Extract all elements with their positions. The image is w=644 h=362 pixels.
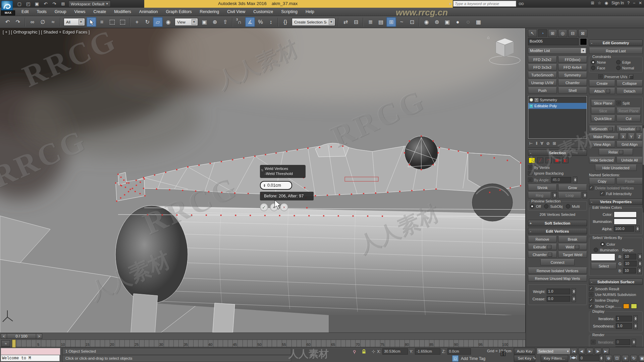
cage-color-swatch-2[interactable] [631,304,637,309]
modifier-turbosmooth-button[interactable]: TurboSmooth [528,72,557,78]
rendered-frame-window-icon[interactable]: ▣ [442,17,452,27]
select-and-link-icon[interactable]: ∞ [28,17,37,27]
menu-help[interactable]: Help [302,8,318,16]
key-mode-wave-icon[interactable]: ∿ [533,356,536,360]
tessellate-settings-icon[interactable] [636,127,640,131]
percent-snap-toggle-icon[interactable]: % [256,17,265,27]
break-button[interactable]: Break [558,236,587,242]
hide-selected-button[interactable]: Hide Selected [589,157,615,163]
caddy-ok-button[interactable]: ✓ [260,203,268,211]
constraint-face-radio[interactable] [591,66,595,70]
display-smoothness-field[interactable]: 1.0 [616,323,632,329]
select-and-rotate-icon[interactable]: ↻ [143,17,152,27]
workspace-dropdown[interactable]: Workspace: Default ▼ [68,1,111,7]
rollout-edit-vertices[interactable]: -Edit Vertices [528,228,587,234]
tab-hierarchy[interactable]: ⊞ [548,29,557,37]
smooth-result-checkbox[interactable]: ✓ [589,287,593,291]
expand-icon[interactable]: + [535,98,538,102]
preview-multi-radio[interactable] [566,204,570,208]
relax-button[interactable]: Relax [599,149,633,155]
toggle-scene-explorer-icon[interactable]: ≣ [366,17,375,27]
menu-customize[interactable]: Customize [249,8,277,16]
connect-button[interactable]: Connect [540,259,575,265]
search-input[interactable] [453,1,516,7]
menu-create[interactable]: Create [90,8,110,16]
undo-icon[interactable]: ↶ [3,17,12,27]
minimize-button[interactable]: − [633,1,635,5]
make-planar-y-button[interactable]: Y [628,133,635,140]
extrude-button[interactable]: Extrude [528,244,557,250]
unlink-selection-icon[interactable]: ∅ [38,17,48,27]
slice-button[interactable]: Slice [591,108,615,114]
viewport-label[interactable]: [ + ] [ Orthographic ] [ Shaded + Edged … [3,30,90,35]
render-in-cloud-icon[interactable]: ◌ [463,17,473,27]
attach-button[interactable]: Attach [589,88,615,94]
object-name-field[interactable]: Box005 [528,38,579,45]
selection-filter-dropdown[interactable]: All▼ [64,18,85,26]
collapse-button[interactable]: Collapse [616,80,643,86]
border-subobject-icon[interactable]: ◠ [545,158,552,163]
y-coordinate-field[interactable]: -1.659cm [415,348,440,355]
select-by-name-icon[interactable]: ≡ [97,17,107,27]
show-end-result-icon[interactable]: ‖ [536,141,537,146]
menu-civil-view[interactable]: Civil View [223,8,249,16]
show-cage-checkbox[interactable]: ✓ [589,304,593,308]
crease-field[interactable]: 0.0 [547,296,570,302]
select-by-color-select-button[interactable]: Select [591,263,616,269]
next-frame-arrow[interactable]: > [36,334,42,339]
msmooth-button[interactable]: MSmooth [589,126,615,132]
modifier-ffd3x3x3-button[interactable]: FFD 3x3x3 [528,64,557,70]
make-planar-z-button[interactable]: Z [636,133,643,140]
set-key-button[interactable]: Set Key [514,355,535,362]
tab-motion[interactable]: ◎ [558,29,567,37]
select-by-color-swatch[interactable] [591,253,615,261]
display-iterations-field[interactable]: 1 [616,316,632,321]
preview-subobj-radio[interactable] [544,204,548,208]
cut-button[interactable]: Cut [616,115,641,122]
weld-settings-icon[interactable] [575,245,579,249]
tab-create[interactable]: ↖ [528,29,537,37]
select-object-icon[interactable] [87,17,96,27]
display-iterations-spinner[interactable] [633,315,638,322]
favorites-icon[interactable]: ☆ [598,1,601,5]
ignore-backfacing-checkbox[interactable] [528,171,532,175]
stack-item-symmetry[interactable]: + Symmetry [528,97,587,103]
range-b-field[interactable]: 10 [623,268,636,274]
select-and-manipulate-icon[interactable]: ⊕ [210,17,220,27]
extrude-settings-icon[interactable] [547,245,551,249]
modifier-unwrapuvw-button[interactable]: Unwrap UVW [528,79,557,86]
alpha-spinner[interactable] [635,226,640,232]
preserve-uvs-settings-icon[interactable] [629,74,633,79]
pin-stack-icon[interactable]: ⊢ [529,141,533,146]
reset-plane-button[interactable]: Reset Plane [616,108,641,114]
maximize-viewport-icon[interactable]: ▣ [639,355,644,362]
range-g-spinner[interactable] [638,260,642,267]
modifier-ffdbox-button[interactable]: FFD(box) [558,56,587,63]
transform-gizmo-icon[interactable]: ⊹ [372,349,375,354]
grow-button[interactable]: Grow [558,184,587,191]
x-coordinate-field[interactable]: 30.536cm [382,348,408,355]
menu-views[interactable]: Views [70,8,89,16]
expand-icon[interactable]: + [529,104,533,108]
maxscript-listener[interactable]: Welcome to M [1,355,60,361]
modifier-ffd2x2x2-button[interactable]: FFD 2x2x2 [528,56,557,63]
next-frame-icon[interactable]: |▶ [594,348,601,355]
crease-spinner[interactable] [572,296,576,302]
spinner-snap-toggle-icon[interactable]: ↕ [266,17,276,27]
add-time-tag[interactable]: ◻ Add Time Tag [452,355,485,362]
max-app-button[interactable]: MAX [1,1,15,15]
redo-icon[interactable]: ↷ [13,17,23,27]
zoom-icon[interactable]: ⊕ [605,355,612,362]
modifier-symmetry-button[interactable]: Symmetry [558,72,587,78]
menu-tools[interactable]: Tools [33,8,51,16]
range-g-field[interactable]: 10 [624,261,637,266]
constraint-edge-radio[interactable] [616,60,621,64]
curve-editor-icon[interactable]: ~ [397,17,407,27]
snaps-toggle-icon[interactable]: ∩3 [235,17,245,27]
remove-isolated-vertices-button[interactable]: Remove Isolated Vertices [528,267,587,274]
modifier-chamfer-button[interactable]: Chamfer [558,79,587,86]
hide-unselected-button[interactable]: Hide Unselected [595,165,637,171]
open-file-icon[interactable]: ◰ [25,1,32,7]
modifier-list-dropdown[interactable]: Modifier List ▼ [528,47,587,54]
tab-modify[interactable]: ◔ [538,29,547,37]
